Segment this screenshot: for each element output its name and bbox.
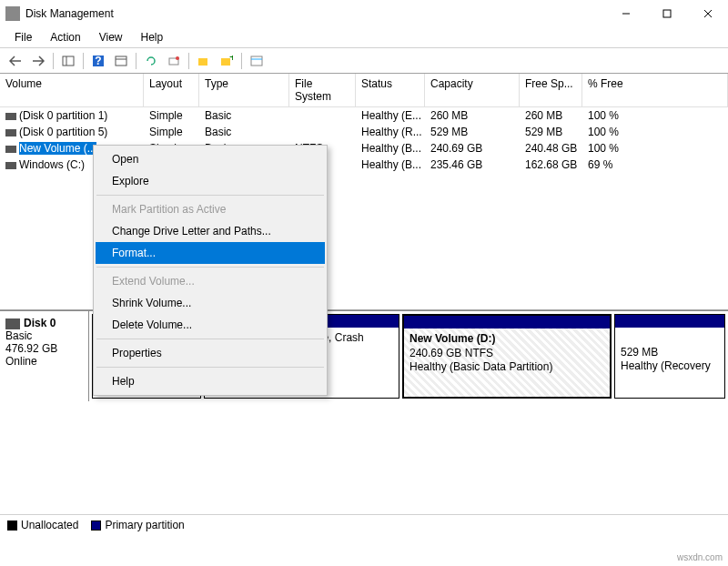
- col-volume[interactable]: Volume: [0, 74, 144, 106]
- volume-icon: [5, 129, 16, 136]
- cm-open[interactable]: Open: [96, 148, 325, 170]
- svg-text:+: +: [229, 56, 233, 64]
- menubar: File Action View Help: [0, 27, 728, 48]
- back-button[interactable]: [5, 51, 25, 71]
- svg-rect-12: [198, 58, 207, 66]
- volume-icon: [5, 162, 16, 169]
- app-icon: [5, 6, 20, 21]
- window-title: Disk Management: [25, 7, 605, 20]
- properties-icon[interactable]: [247, 51, 267, 71]
- minimize-button[interactable]: [605, 0, 646, 27]
- menu-help[interactable]: Help: [132, 29, 173, 45]
- show-hide-button[interactable]: [58, 51, 78, 71]
- disk-label[interactable]: Disk 0 Basic 476.92 GB Online: [0, 311, 89, 401]
- svg-rect-8: [116, 56, 126, 66]
- col-filesystem[interactable]: File System: [289, 74, 356, 106]
- window-controls: [605, 0, 728, 27]
- menu-action[interactable]: Action: [41, 29, 89, 45]
- volume-icon: [5, 113, 16, 120]
- new-folder-icon[interactable]: [194, 51, 214, 71]
- partition-recovery[interactable]: 529 MB Healthy (Recovery: [614, 314, 725, 399]
- svg-point-11: [176, 56, 179, 60]
- legend: Unallocated Primary partition: [0, 514, 728, 535]
- cm-format[interactable]: Format...: [96, 242, 325, 264]
- cm-properties[interactable]: Properties: [96, 342, 325, 364]
- svg-rect-15: [251, 56, 262, 66]
- grid-header: Volume Layout Type File System Status Ca…: [0, 74, 728, 107]
- menu-file[interactable]: File: [5, 29, 41, 45]
- col-pctfree[interactable]: % Free: [582, 74, 728, 106]
- swatch-unallocated: [7, 521, 17, 531]
- partition-selected[interactable]: New Volume (D:) 240.69 GB NTFS Healthy (…: [402, 314, 612, 399]
- forward-button[interactable]: [28, 51, 48, 71]
- titlebar: Disk Management: [0, 0, 728, 27]
- watermark: wsxdn.com: [677, 552, 723, 562]
- volume-icon: [5, 146, 16, 153]
- cm-shrink[interactable]: Shrink Volume...: [96, 292, 325, 314]
- detail-view-button[interactable]: [111, 51, 131, 71]
- svg-rect-1: [663, 10, 671, 17]
- svg-rect-4: [63, 56, 74, 66]
- svg-text:?: ?: [95, 55, 101, 67]
- close-button[interactable]: [687, 0, 728, 27]
- col-status[interactable]: Status: [356, 74, 425, 106]
- disk-icon: [5, 318, 20, 329]
- toolbar: ? +: [0, 48, 728, 74]
- new-item-icon[interactable]: +: [217, 51, 237, 71]
- menu-view[interactable]: View: [90, 29, 132, 45]
- cm-change-letter[interactable]: Change Drive Letter and Paths...: [96, 220, 325, 242]
- table-row[interactable]: (Disk 0 partition 1) Simple Basic Health…: [0, 107, 728, 124]
- cm-extend: Extend Volume...: [96, 270, 325, 292]
- table-row[interactable]: (Disk 0 partition 5) Simple Basic Health…: [0, 124, 728, 140]
- cm-help[interactable]: Help: [96, 370, 325, 392]
- col-type[interactable]: Type: [199, 74, 289, 106]
- swatch-primary: [91, 521, 101, 531]
- col-capacity[interactable]: Capacity: [425, 74, 520, 106]
- rescan-button[interactable]: [164, 51, 184, 71]
- context-menu: Open Explore Mark Partition as Active Ch…: [93, 145, 328, 396]
- col-freespace[interactable]: Free Sp...: [520, 74, 582, 106]
- maximize-button[interactable]: [646, 0, 687, 27]
- cm-explore[interactable]: Explore: [96, 170, 325, 192]
- cm-mark-active: Mark Partition as Active: [96, 198, 325, 220]
- col-layout[interactable]: Layout: [144, 74, 199, 106]
- help-button[interactable]: ?: [88, 51, 108, 71]
- refresh-button[interactable]: [141, 51, 161, 71]
- cm-delete[interactable]: Delete Volume...: [96, 314, 325, 336]
